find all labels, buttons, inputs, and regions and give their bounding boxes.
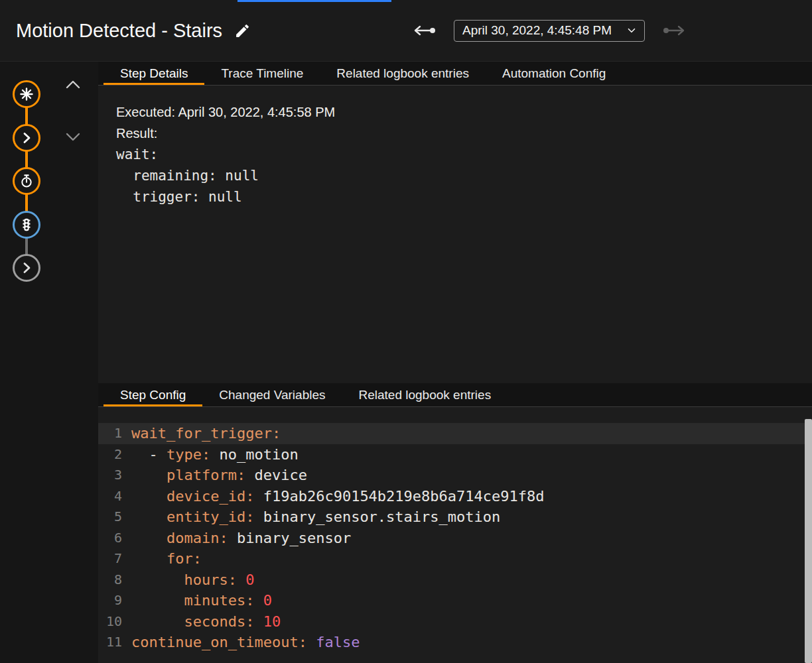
code-line: 5 entity_id: binary_sensor.stairs_motion <box>98 507 812 528</box>
result-yaml-line-3: trigger: null <box>116 186 812 208</box>
tab-changed-variables[interactable]: Changed Variables <box>202 383 342 406</box>
code-line: 3 platform: device <box>98 465 812 486</box>
line-number: 1 <box>98 423 131 444</box>
traffic-light-icon <box>19 217 34 232</box>
editor-scrollbar[interactable] <box>805 419 812 663</box>
line-number: 10 <box>98 611 131 633</box>
browser-tab-accent-strip <box>237 0 391 2</box>
executed-timestamp: Executed: April 30, 2022, 4:45:58 PM <box>116 101 812 123</box>
trace-path-executed <box>25 94 28 225</box>
code-lines: 1wait_for_trigger:2 - type: no_motion3 p… <box>98 423 812 653</box>
trace-node-traffic-light[interactable] <box>13 211 40 239</box>
arrow-left-to-dot-icon <box>411 22 438 39</box>
code-text: for: <box>131 548 202 570</box>
line-number: 11 <box>98 632 131 653</box>
step-config-code-editor[interactable]: 1wait_for_trigger:2 - type: no_motion3 p… <box>98 407 812 663</box>
code-line: 1wait_for_trigger: <box>98 423 812 444</box>
code-line: 7 for: <box>98 548 812 570</box>
code-line: 11continue_on_timeout: false <box>98 632 812 653</box>
step-details-pane: Executed: April 30, 2022, 4:45:58 PM Res… <box>98 86 812 383</box>
graph-scroll-up-button[interactable] <box>64 79 82 90</box>
line-number: 3 <box>98 465 131 486</box>
trace-node-trigger[interactable] <box>13 80 40 108</box>
tab-related-logbook-entries-bottom[interactable]: Related logbook entries <box>342 383 508 406</box>
bottom-tab-bar: Step Config Changed Variables Related lo… <box>98 383 812 407</box>
code-line: 4 device_id: f19ab26c90154b219e8b6a714ce… <box>98 486 812 507</box>
rename-trace-button[interactable] <box>232 20 253 42</box>
code-text: domain: binary_sensor <box>131 528 351 549</box>
code-line: 10 seconds: 10 <box>98 611 812 633</box>
top-tab-bar: Step Details Trace Timeline Related logb… <box>98 62 812 86</box>
timer-icon <box>19 174 34 188</box>
automation-trace-graph <box>0 62 98 663</box>
code-line: 6 domain: binary_sensor <box>98 528 812 549</box>
code-text: entity_id: binary_sensor.stairs_motion <box>131 507 500 528</box>
graph-expand-button[interactable] <box>64 131 82 143</box>
result-label: Result: <box>116 123 812 144</box>
trace-header: Motion Detected - Stairs April 30, 2022,… <box>0 0 812 62</box>
dot-to-arrow-right-icon <box>661 22 687 39</box>
code-line: 2 - type: no_motion <box>98 444 812 465</box>
previous-trace-button[interactable] <box>409 19 440 42</box>
line-number: 2 <box>98 444 131 465</box>
code-text: wait_for_trigger: <box>131 423 281 444</box>
line-number: 4 <box>98 486 131 507</box>
chevron-right-icon <box>19 131 34 145</box>
line-number: 5 <box>98 507 131 528</box>
next-trace-button[interactable] <box>658 19 690 42</box>
code-text: hours: 0 <box>131 570 254 591</box>
code-text: minutes: 0 <box>131 590 272 611</box>
result-yaml-line-2: remaining: null <box>116 165 812 186</box>
result-yaml-line-1: wait: <box>116 144 812 165</box>
chevron-down-icon <box>64 131 82 143</box>
code-text: device_id: f19ab26c90154b219e8b6a714ce91… <box>131 486 545 507</box>
chevron-up-icon <box>64 79 82 90</box>
tab-step-details[interactable]: Step Details <box>103 62 204 85</box>
code-line: 9 minutes: 0 <box>98 590 812 611</box>
trace-timestamp-value: April 30, 2022, 4:45:48 PM <box>462 23 612 38</box>
tab-automation-config[interactable]: Automation Config <box>486 62 622 85</box>
trace-node-step[interactable] <box>13 124 40 152</box>
chevron-right-icon <box>19 261 34 275</box>
code-text: platform: device <box>131 465 307 486</box>
tab-related-logbook-entries[interactable]: Related logbook entries <box>320 62 486 85</box>
line-number: 6 <box>98 528 131 549</box>
tab-trace-timeline[interactable]: Trace Timeline <box>204 62 320 85</box>
asterisk-icon <box>19 87 34 101</box>
line-number: 7 <box>98 548 131 570</box>
line-number: 9 <box>98 590 131 611</box>
code-text: - type: no_motion <box>131 444 299 465</box>
trace-node-next-step[interactable] <box>13 254 40 282</box>
trace-node-wait-timer[interactable] <box>13 167 40 195</box>
page-title: Motion Detected - Stairs <box>16 20 222 42</box>
tab-step-config[interactable]: Step Config <box>103 383 202 406</box>
code-text: continue_on_timeout: false <box>131 632 360 653</box>
trace-timestamp-select[interactable]: April 30, 2022, 4:45:48 PM <box>454 20 645 42</box>
trace-navigation: April 30, 2022, 4:45:48 PM <box>409 19 690 42</box>
code-text: seconds: 10 <box>131 611 281 633</box>
code-line: 8 hours: 0 <box>98 570 812 591</box>
line-number: 8 <box>98 570 131 591</box>
pencil-icon <box>234 23 251 39</box>
chevron-down-icon <box>626 25 638 36</box>
